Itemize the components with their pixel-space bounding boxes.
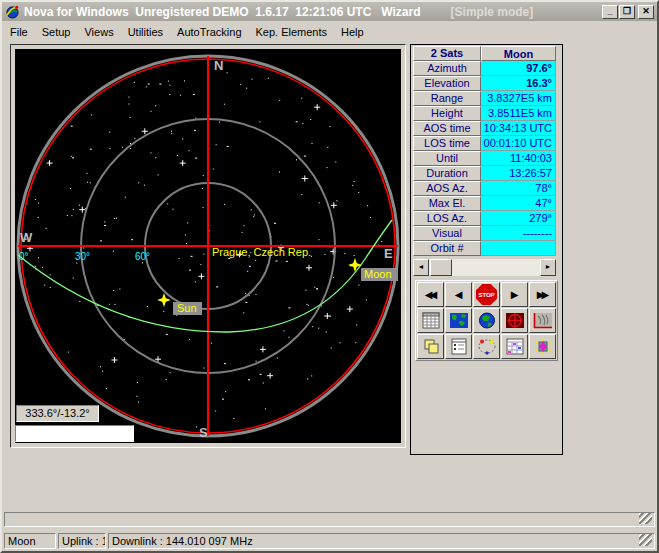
scrollbar-thumb[interactable] — [430, 259, 452, 276]
window-title: Nova for Windows Unregistered DEMO 1.6.1… — [24, 5, 421, 19]
menu-kep-elements[interactable]: Kep. Elements — [250, 23, 336, 41]
row-value-aos-time: 10:34:13 UTC — [481, 121, 556, 136]
schedule-icon — [505, 338, 525, 355]
row-value-los-time: 00:01:10 UTC — [481, 136, 556, 151]
globe-button[interactable] — [473, 308, 500, 333]
notes-button[interactable] — [417, 334, 444, 359]
elev-label-60: 60° — [135, 251, 150, 262]
satellite-scrollbar[interactable]: ◄ ► — [413, 259, 556, 276]
orbit-view-button[interactable] — [473, 334, 500, 359]
moon-icon — [348, 258, 362, 272]
row-label-elevation[interactable]: Elevation — [413, 76, 481, 91]
resize-grip-icon[interactable] — [639, 512, 652, 524]
table-row: LOS time 00:01:10 UTC — [413, 136, 556, 151]
compass-west: W — [20, 230, 33, 245]
table-row: Until 11:40:03 — [413, 151, 556, 166]
menu-setup[interactable]: Setup — [36, 23, 79, 41]
tracking-panel: 2 Sats Moon Azimuth 97.6° Elevation 16.3… — [410, 44, 563, 455]
moon-track — [18, 220, 392, 332]
row-label-aos-az[interactable]: AOS Az. — [413, 181, 481, 196]
table-row: Range 3.8327E5 km — [413, 91, 556, 106]
table-row: Azimuth 97.6° — [413, 61, 556, 76]
row-label-azimuth[interactable]: Azimuth — [413, 61, 481, 76]
graphics-options-button[interactable] — [529, 334, 556, 359]
table-row: Elevation 16.3° — [413, 76, 556, 91]
selected-sat-header[interactable]: Moon — [481, 46, 556, 61]
radar-target-icon — [505, 312, 525, 329]
world-map-button[interactable] — [445, 308, 472, 333]
resize-grip-icon[interactable] — [639, 533, 652, 546]
row-label-duration[interactable]: Duration — [413, 166, 481, 181]
row-label-until[interactable]: Until — [413, 151, 481, 166]
table-row: AOS time 10:34:13 UTC — [413, 121, 556, 136]
row-label-los-az[interactable]: LOS Az. — [413, 211, 481, 226]
table-row: Height 3.8511E5 km — [413, 106, 556, 121]
compass-east: E — [384, 246, 393, 261]
menu-autotracking[interactable]: AutoTracking — [171, 23, 249, 41]
radar-target-button[interactable] — [501, 308, 528, 333]
minimize-icon[interactable]: _ — [602, 5, 618, 19]
row-label-visual[interactable]: Visual — [413, 226, 481, 241]
elev-label-0: 0° — [19, 251, 29, 262]
table-row: LOS Az. 279° — [413, 211, 556, 226]
world-map-icon — [449, 312, 469, 329]
row-label-range[interactable]: Range — [413, 91, 481, 106]
row-value-aos-az: 78° — [481, 181, 556, 196]
table-row: Visual -------- — [413, 226, 556, 241]
row-label-aos-time[interactable]: AOS time — [413, 121, 481, 136]
menu-utilities[interactable]: Utilities — [122, 23, 171, 41]
tracking-table: 2 Sats Moon Azimuth 97.6° Elevation 16.3… — [413, 46, 556, 256]
row-label-height[interactable]: Height — [413, 106, 481, 121]
title-bar: Nova for Windows Unregistered DEMO 1.6.1… — [2, 2, 657, 21]
star-field — [25, 72, 383, 427]
fast-rewind-button[interactable]: ◀◀ — [417, 282, 444, 307]
spreadsheet-button[interactable] — [417, 308, 444, 333]
row-value-max-el: 47° — [481, 196, 556, 211]
row-label-los-time[interactable]: LOS time — [413, 136, 481, 151]
menu-help[interactable]: Help — [335, 23, 372, 41]
table-row: AOS Az. 78° — [413, 181, 556, 196]
observer-list-button[interactable] — [445, 334, 472, 359]
stop-button[interactable]: STOP — [473, 282, 500, 307]
status-downlink-text: Downlink : 144.010 097 MHz — [112, 535, 253, 547]
schedule-button[interactable] — [501, 334, 528, 359]
sky-map-container: N S E W 0° 30° 60° Prague, Czech Rep. Su… — [15, 49, 401, 443]
step-forward-button[interactable]: ▶ — [501, 282, 528, 307]
step-forward-icon: ▶ — [511, 290, 519, 300]
toolbar: ◀◀ ◀ STOP ▶ ▶▶ — [415, 280, 558, 361]
terrain-view-button[interactable] — [529, 308, 556, 333]
sat-count-header[interactable]: 2 Sats — [413, 46, 481, 61]
notes-icon — [421, 338, 441, 355]
scroll-left-icon[interactable]: ◄ — [413, 259, 429, 276]
row-value-duration: 13:26:57 — [481, 166, 556, 181]
app-icon — [5, 4, 20, 19]
menu-views[interactable]: Views — [78, 23, 121, 41]
status-uplink: Uplink : 1 — [58, 533, 106, 549]
secondary-status-pane — [4, 512, 655, 527]
sky-map[interactable]: N S E W 0° 30° 60° Prague, Czech Rep. Su… — [15, 49, 401, 443]
maximize-icon[interactable]: ❐ — [619, 5, 635, 19]
observer-label: Prague, Czech Rep. — [212, 246, 311, 258]
row-value-los-az: 279° — [481, 211, 556, 226]
scrollbar-track[interactable] — [452, 259, 540, 276]
scroll-right-icon[interactable]: ► — [540, 259, 556, 276]
orbit-view-icon — [477, 338, 497, 355]
menu-file[interactable]: File — [4, 23, 36, 41]
spreadsheet-icon — [421, 312, 441, 329]
fast-forward-button[interactable]: ▶▶ — [529, 282, 556, 307]
compass-north: N — [214, 58, 223, 73]
row-value-until: 11:40:03 — [481, 151, 556, 166]
terrain-view-icon — [533, 312, 553, 329]
row-label-max-el[interactable]: Max El. — [413, 196, 481, 211]
table-row: Duration 13:26:57 — [413, 166, 556, 181]
step-back-button[interactable]: ◀ — [445, 282, 472, 307]
status-bar: Moon Uplink : 1 Downlink : 144.010 097 M… — [2, 531, 657, 551]
row-value-height: 3.8511E5 km — [481, 106, 556, 121]
step-back-icon: ◀ — [455, 290, 463, 300]
cursor-azel-readout: 333.6°/-13.2° — [16, 405, 99, 422]
close-icon[interactable]: ✕ — [638, 5, 654, 19]
status-downlink: Downlink : 144.010 097 MHz — [108, 533, 655, 549]
row-label-orbit[interactable]: Orbit # — [413, 241, 481, 256]
sun-label: Sun — [177, 302, 197, 314]
row-value-range: 3.8327E5 km — [481, 91, 556, 106]
